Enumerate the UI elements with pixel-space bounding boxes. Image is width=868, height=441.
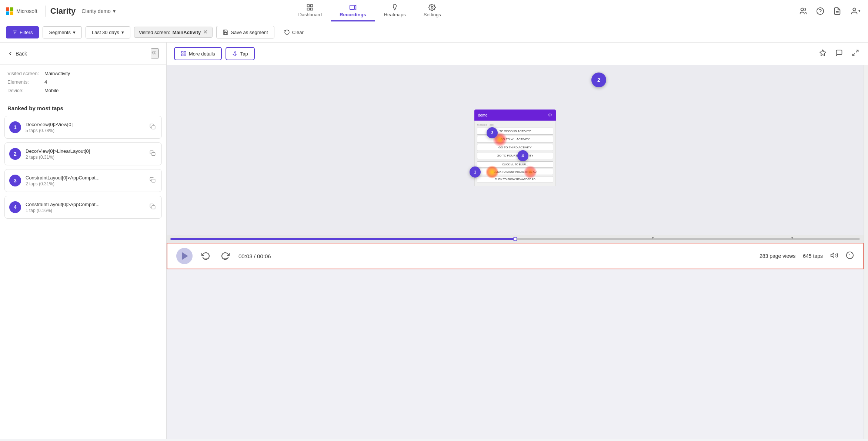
main-layout: Back Visited screen: MainActivity Elemen… [0,43,868,439]
element-info: ConstraintLayout[0]>AppCompat... 2 taps … [26,175,144,186]
clear-label: Clear [292,30,304,35]
element-name: ConstraintLayout[0]>AppCompat... [26,202,144,207]
heatblob-yellow-left [485,165,499,179]
save-segment-button[interactable]: Save as segment [216,26,274,38]
copy-button[interactable] [148,202,157,212]
tab-heatmaps[interactable]: Heatmaps [375,1,415,21]
help-icon-btn[interactable] [815,6,826,17]
timeline-track[interactable] [170,238,860,240]
tab-dashboard-label: Dashboard [298,12,322,17]
more-details-label: More details [189,51,215,57]
volume-button[interactable] [830,251,838,261]
comment-button[interactable] [834,48,844,60]
element-taps: 2 taps (0.31%) [26,155,144,160]
star-button[interactable] [818,48,828,60]
play-button[interactable] [176,248,193,264]
timeline-row[interactable]: ▼ ▼ [167,235,864,243]
collapse-icon [151,49,158,56]
rewind-10-button[interactable]: 10 [200,250,212,262]
expand-button[interactable] [850,48,861,60]
element-info: ConstraintLayout[0]>AppCompat... 1 tap (… [26,202,144,213]
svg-marker-25 [820,50,826,55]
collapse-panel-button[interactable] [151,48,159,58]
tab-settings[interactable]: Settings [415,1,450,21]
settings-icon [428,4,436,11]
top-nav: Microsoft Clarity Clarity demo ▾ Dashboa… [0,0,868,22]
playback-time: 00:03 / 00:06 [238,253,271,259]
more-details-button[interactable]: More details [174,47,222,60]
forward-30-button[interactable]: 30 [219,250,231,262]
tab-heatmaps-label: Heatmaps [384,12,406,17]
date-range-label: Last 30 days [92,30,119,35]
svg-rect-3 [311,8,313,10]
tap-circle-3: 3 [487,127,498,138]
element-item[interactable]: 1 DecorView[0]>View[0] 5 taps (0.78%) [4,116,162,139]
interstitial-container: 1 CLICK TO SHOW INTERSTITIAL AD [477,169,553,175]
copy-button[interactable] [148,149,157,159]
tab-recordings[interactable]: Recordings [331,1,375,21]
segments-button[interactable]: Segments ▾ [43,26,82,38]
element-item[interactable]: 3 ConstraintLayout[0]>AppCompat... 2 tap… [4,169,162,192]
app-btn-3: GO TO THIRD ACTIVITY [477,144,553,151]
element-item[interactable]: 4 ConstraintLayout[0]>AppCompat... 1 tap… [4,196,162,219]
info-icon [846,251,854,259]
project-selector[interactable]: Clarity demo ▾ [81,8,116,14]
element-info: DecorView[0]>LinearLayout[0] 2 taps (0.3… [26,148,144,160]
element-item[interactable]: 2 DecorView[0]>LinearLayout[0] 2 taps (0… [4,142,162,165]
doc-icon-btn[interactable] [832,6,843,17]
back-arrow-icon [7,51,13,57]
date-range-button[interactable]: Last 30 days ▾ [86,26,130,38]
svg-point-7 [801,8,804,10]
elements-meta-value: 4 [44,79,47,85]
copy-button[interactable] [148,122,157,132]
tap-button[interactable]: Tap [226,47,255,60]
copy-icon [150,177,156,183]
tap-circle-2: 2 [591,73,606,87]
project-chevron: ▾ [113,8,116,14]
right-panel: More details Tap [167,43,868,439]
svg-rect-16 [152,126,155,129]
heatblob-orange-right [524,165,537,179]
remove-filter-icon[interactable]: ✕ [203,29,208,35]
microsoft-text: Microsoft [16,8,37,14]
microsoft-logo-grid [6,7,13,15]
filters-label: Filters [20,30,33,35]
svg-rect-17 [152,152,155,156]
taps-stat: 645 taps [803,253,823,259]
timeline-thumb[interactable] [513,237,517,241]
svg-point-12 [853,8,855,10]
app-bar: demo ⚙ [474,110,556,121]
project-name: Clarity demo [81,8,111,14]
back-button[interactable]: Back [7,51,27,57]
tap-label: Tap [240,51,248,57]
page-views-stat: 283 page views [760,253,795,259]
copy-button[interactable] [148,175,157,186]
element-taps: 5 taps (0.78%) [26,128,144,133]
segments-chevron: ▾ [73,30,76,35]
clear-button[interactable]: Clear [278,26,310,38]
visited-screen-tag[interactable]: Visited screen: MainActivity ✕ [134,27,213,38]
user-icon-btn[interactable]: ▾ [849,6,862,17]
scrollbar[interactable] [864,65,868,439]
settings-in-app-icon: ⚙ [548,112,552,118]
forward-30-label: 30 [224,257,227,260]
svg-rect-1 [311,4,313,7]
current-time: 00:03 [238,253,253,259]
clear-icon [284,29,290,35]
people-icon-btn[interactable] [798,6,809,17]
playback-stats: 283 page views 645 taps [760,253,823,259]
filters-button[interactable]: Filters [6,26,39,38]
left-panel: Back Visited screen: MainActivity Elemen… [0,43,167,439]
date-chevron: ▾ [121,30,124,35]
user-chevron: ▾ [858,9,861,13]
info-button[interactable] [846,251,854,261]
svg-rect-23 [184,54,186,56]
viewer-area: 2 demo ⚙ Masked Text· TO SECOND ACTIVITY [167,65,868,439]
element-name: ConstraintLayout[0]>AppCompat... [26,175,144,181]
visited-screen-meta-label: Visited screen: [7,71,44,76]
tab-dashboard[interactable]: Dashboard [289,1,331,21]
visited-screen-label: Visited screen: [139,30,170,35]
svg-rect-19 [152,206,155,209]
user-icon [850,7,858,15]
time-separator: / [254,253,257,259]
